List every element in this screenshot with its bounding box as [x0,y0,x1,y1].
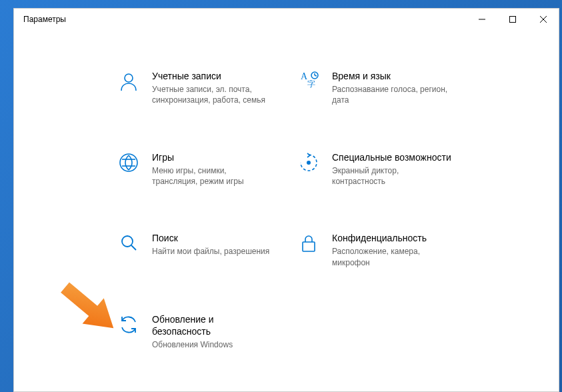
setting-desc: Распознавание голоса, регион, дата [332,84,452,105]
svg-point-4 [125,74,133,82]
settings-content: Учетные записи Учетные записи, эл. почта… [14,30,559,363]
setting-text: Время и язык Распознавание голоса, регио… [332,70,452,106]
svg-rect-14 [303,242,315,251]
setting-accounts[interactable]: Учетные записи Учетные записи, эл. почта… [117,70,297,106]
settings-grid: Учетные записи Учетные записи, эл. почта… [117,70,532,350]
setting-desc: Учетные записи, эл. почта, синхронизация… [152,84,272,105]
window-controls [467,9,559,30]
setting-text: Конфиденциальность Расположение, камера,… [332,232,452,268]
setting-gaming[interactable]: Игры Меню игры, снимки, трансляция, режи… [117,151,297,187]
setting-title: Поиск [152,232,269,244]
setting-text: Обновление и безопасность Обновления Win… [152,313,272,351]
close-button[interactable] [528,9,559,30]
maximize-icon [509,16,516,23]
setting-time-language[interactable]: A 字 Время и язык Распознавание голоса, р… [297,70,477,106]
privacy-icon [297,232,320,255]
setting-ease-of-access[interactable]: Специальные возможности Экранный диктор,… [297,151,477,187]
setting-desc: Меню игры, снимки, трансляция, режим игр… [152,165,272,187]
setting-desc: Расположение, камера, микрофон [332,246,452,267]
setting-desc: Обновления Windows [152,339,272,350]
minimize-icon [479,16,485,23]
setting-desc: Экранный диктор, контрастность [332,165,452,187]
time-language-icon: A 字 [297,70,320,93]
setting-privacy[interactable]: Конфиденциальность Расположение, камера,… [297,232,477,268]
setting-title: Учетные записи [152,70,272,82]
setting-title: Обновление и безопасность [152,313,272,337]
setting-text: Учетные записи Учетные записи, эл. почта… [152,70,272,106]
update-security-icon [117,313,140,336]
close-icon [540,16,547,23]
setting-title: Специальные возможности [332,151,452,163]
window-title: Параметры [23,15,66,24]
settings-window: Параметры Учетны [13,8,559,392]
setting-title: Время и язык [332,70,452,82]
setting-text: Игры Меню игры, снимки, трансляция, режи… [152,151,272,187]
setting-desc: Найти мои файлы, разрешения [152,246,269,257]
search-icon [117,232,140,255]
setting-title: Игры [152,151,272,163]
maximize-button[interactable] [497,9,528,30]
svg-point-11 [307,161,311,165]
svg-point-12 [122,236,133,247]
setting-text: Специальные возможности Экранный диктор,… [332,151,452,187]
accounts-icon [117,70,140,93]
minimize-button[interactable] [467,9,497,30]
titlebar: Параметры [14,9,559,30]
setting-update-security[interactable]: Обновление и безопасность Обновления Win… [117,313,297,351]
svg-point-10 [120,154,137,171]
ease-of-access-icon [297,151,320,174]
svg-text:字: 字 [307,79,315,89]
setting-title: Конфиденциальность [332,232,452,244]
svg-line-13 [131,245,136,250]
svg-rect-1 [510,17,516,23]
gaming-icon [117,151,140,174]
setting-text: Поиск Найти мои файлы, разрешения [152,232,269,257]
svg-line-9 [315,75,317,76]
setting-search[interactable]: Поиск Найти мои файлы, разрешения [117,232,297,268]
